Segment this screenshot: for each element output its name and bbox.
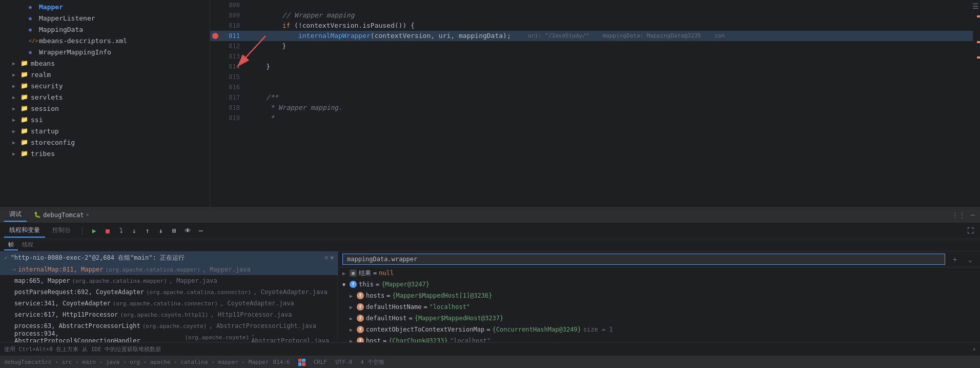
settings-icon[interactable]: ⋮⋮ (950, 210, 967, 220)
var-value: {ConcurrentHashMap@3249} (492, 326, 581, 333)
tree-item-tribes[interactable]: ▶ 📁 tribes (0, 148, 210, 159)
tree-item-mbeans[interactable]: ▶ 📁 mbeans (0, 57, 210, 69)
debug-tab-close[interactable]: × (86, 212, 89, 218)
frame-class: (org.apache.coyote.http11) (120, 312, 208, 318)
stop-btn[interactable]: ■ (102, 225, 113, 237)
frame-method: service:341, CoyoteAdapter (14, 300, 111, 307)
var-value: {Mapper$MappedHost[1]@3236} (392, 292, 492, 299)
tree-arrow: ▶ (12, 61, 21, 66)
debug-file-icon: 🐛 (34, 211, 41, 218)
minimize-icon[interactable]: ─ (970, 210, 976, 220)
debug-tab-file[interactable]: 🐛 debugTomcat × (29, 209, 94, 221)
tree-item-session[interactable]: ▶ 📁 session (0, 103, 210, 114)
frame-row-0[interactable]: → internalMap:811, Mapper (org.apache.ca… (0, 264, 338, 275)
tree-item-servlets[interactable]: ▶ 📁 servlets (0, 91, 210, 103)
debug-panel: 调试 🐛 debugTomcat × ⋮⋮ ─ 线程和变量 控制台 ▶ ■ ⤵ … (0, 207, 980, 356)
expand-vars-btn[interactable]: ⌄ (965, 254, 976, 265)
debug-tab-main[interactable]: 调试 (4, 208, 27, 222)
tree-item-ssi[interactable]: ▶ 📁 ssi (0, 114, 210, 125)
var-name: host (366, 337, 381, 342)
expand-icon[interactable]: ⛶ (965, 225, 976, 237)
folder-icon: 📁 (21, 139, 29, 146)
watch-btn[interactable]: 👁 (182, 225, 193, 237)
debug-file-label: debugTomcat (43, 211, 84, 219)
var-row-host[interactable]: ▶ f host = {CharChunk@3233} "localhost" (338, 335, 980, 342)
var-value: {Mapper$MappedHost@3237} (415, 315, 503, 322)
tree-arrow: ▶ (12, 94, 21, 100)
frame-row-3[interactable]: service:341, CoyoteAdapter (org.apache.c… (0, 298, 338, 309)
frame-file: , CoyoteAdapter.java (220, 300, 294, 307)
frame-row-2[interactable]: postParseRequest:692, CoyoteAdapter (org… (0, 286, 338, 298)
frame-file: , CoyoteAdapter.java (253, 288, 328, 296)
line-number: 808 (220, 0, 246, 10)
frame-file: , Mapper.java (202, 266, 251, 273)
expression-input[interactable] (342, 254, 945, 265)
var-value: "localhost" (430, 303, 470, 311)
tree-label: security (31, 82, 63, 90)
code-line-818: 818 * Wrapper mapping. (210, 103, 973, 113)
tree-item-xml[interactable]: </> mbeans-descriptors.xml (0, 35, 210, 46)
tab-frame[interactable]: 帧 (4, 240, 18, 250)
line-number: 815 (220, 72, 246, 82)
step-into-btn[interactable]: ↓ (129, 225, 140, 237)
tree-arrow: ▶ (12, 106, 21, 111)
run-to-cursor-btn[interactable]: ↡ (155, 225, 167, 237)
frame-row-4[interactable]: service:617, Http11Processor (org.apache… (0, 309, 338, 320)
tree-arrow: ▶ (12, 83, 21, 89)
scrollbar-marker (977, 56, 980, 59)
line-number: 817 (220, 92, 246, 103)
spaces: 4 个空格 (360, 358, 384, 366)
resume-btn[interactable]: ▶ (89, 225, 100, 237)
expression-input-row: + ⌄ (338, 251, 980, 267)
var-value: {CharChunk@3233} (389, 337, 448, 342)
tree-item-wrappermappinginfo[interactable]: ◉ WrapperMappingInfo (0, 46, 210, 57)
class-icon: ◉ (29, 15, 37, 21)
debug-toolbar: 线程和变量 控制台 ▶ ■ ⤵ ↓ ↑ ↡ ⊞ 👁 ⋯ ⛶ (0, 223, 980, 239)
tree-item-mapperlistener[interactable]: ◉ MapperListener (0, 12, 210, 24)
thread-row-active[interactable]: ✓ "http-nio-8080-exec-2"@2,684 在组"main":… (0, 251, 338, 264)
tree-item-storeconfig[interactable]: ▶ 📁 storeconfig (0, 137, 210, 148)
var-name: contextObjectToContextVersionMap (366, 326, 484, 333)
step-over-btn[interactable]: ⤵ (115, 225, 127, 237)
filter-icon[interactable]: ⊘ (324, 254, 328, 261)
line-number: 814 (220, 62, 246, 72)
class-icon: ◉ (29, 27, 37, 32)
var-row-defaulthostname[interactable]: ▶ f defaultHostName = "localhost" (338, 301, 980, 313)
add-watch-btn[interactable]: + (949, 254, 961, 265)
tree-item-realm[interactable]: ▶ 📁 realm (0, 69, 210, 80)
breakpoint-area (210, 33, 220, 39)
var-row-this[interactable]: ▼ f this = {Mapper@3247} (338, 279, 980, 290)
dropdown-icon[interactable]: ▼ (330, 255, 334, 261)
var-row-defaulthost[interactable]: ▶ f defaultHost = {Mapper$MappedHost@323… (338, 313, 980, 324)
evaluate-btn[interactable]: ⊞ (169, 225, 180, 237)
check-icon: ✓ (4, 255, 8, 261)
var-row-hosts[interactable]: ▶ f hosts = {Mapper$MappedHost[1]@3236} (338, 290, 980, 301)
var-row-result[interactable]: ▶ ▦ 结果 = null (338, 267, 980, 279)
tab-threads-vars[interactable]: 线程和变量 (4, 224, 45, 238)
line-content: if (!contextVersion.isPaused()) { (246, 21, 973, 31)
editor-menu-icon[interactable]: ☰ (972, 2, 979, 10)
debug-toolbar-icons: ⋮⋮ ─ (950, 210, 976, 220)
breakpoint-dot (212, 33, 218, 39)
tab-thread[interactable]: 线程 (18, 240, 37, 250)
more-btn[interactable]: ⋯ (195, 225, 207, 237)
line-content: } (246, 41, 973, 51)
tree-item-security[interactable]: ▶ 📁 security (0, 80, 210, 91)
status-bar: debugTomcatSrc › src › main › java › org… (0, 356, 980, 368)
expand-arrow: ▶ (350, 316, 357, 321)
tree-label: servlets (31, 93, 63, 101)
tree-item-mapper[interactable]: ◉ Mapper (0, 1, 210, 12)
code-line-816: 816 (210, 82, 973, 92)
frame-row-1[interactable]: map:665, Mapper (org.apache.catalina.map… (0, 275, 338, 286)
folder-icon: 📁 (21, 127, 29, 134)
frame-class: (org.apache.catalina.mapper) (105, 266, 200, 273)
tree-arrow: ▶ (12, 128, 21, 134)
step-out-btn[interactable]: ↑ (142, 225, 153, 237)
tree-item-mappingdata[interactable]: ◉ MappingData (0, 24, 210, 35)
frame-row-6[interactable]: process:934, AbstractProtocol$Connection… (0, 332, 338, 342)
folder-icon: 📁 (21, 105, 29, 112)
hint-close[interactable]: × (972, 346, 976, 353)
tree-item-startup[interactable]: ▶ 📁 startup (0, 125, 210, 137)
tab-console[interactable]: 控制台 (47, 224, 76, 238)
var-row-contextmap[interactable]: ▶ f contextObjectToContextVersionMap = {… (338, 324, 980, 335)
